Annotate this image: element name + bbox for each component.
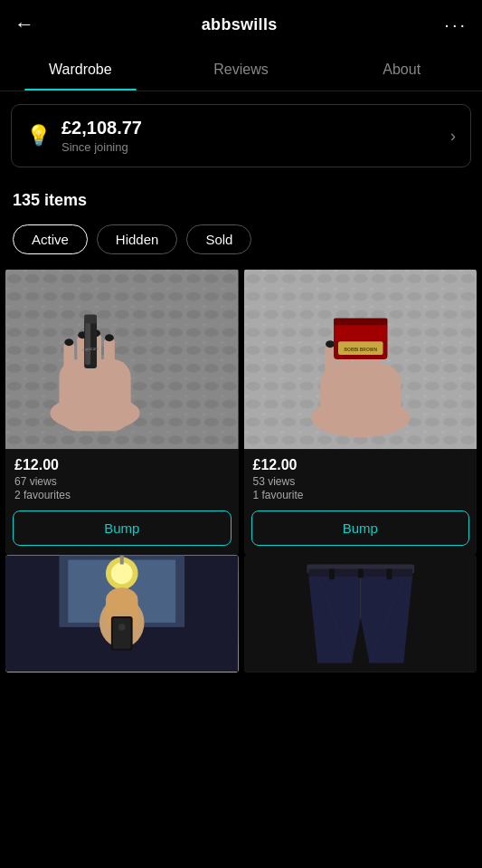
product-1-views: 67 views <box>14 475 230 488</box>
product-card-3-image[interactable] <box>5 555 239 672</box>
more-options-button[interactable]: ··· <box>444 14 468 35</box>
page-title: abbswills <box>202 15 278 34</box>
product-2-bump-button[interactable]: Bump <box>251 510 470 546</box>
filter-hidden-button[interactable]: Hidden <box>97 224 178 254</box>
svg-rect-36 <box>334 318 387 325</box>
filter-row: Active Hidden Sold <box>0 217 482 269</box>
product-image-1: mascara <box>5 269 239 450</box>
earnings-banner[interactable]: 💡 £2,108.77 Since joining › <box>11 104 471 167</box>
svg-point-13 <box>105 334 114 341</box>
filter-sold-button[interactable]: Sold <box>186 224 251 254</box>
svg-rect-58 <box>386 568 392 579</box>
svg-point-50 <box>118 624 126 631</box>
svg-rect-6 <box>63 341 74 377</box>
earnings-amount: £2,108.77 <box>61 118 142 138</box>
tab-about[interactable]: About <box>321 49 482 91</box>
product-card-1[interactable]: mascara £12.00 67 views 2 favourites Bum… <box>5 269 239 555</box>
product-1-bump-button[interactable]: Bump <box>13 510 232 546</box>
earnings-since-label: Since joining <box>61 140 142 154</box>
svg-rect-57 <box>329 568 335 579</box>
product-grid: mascara £12.00 67 views 2 favourites Bum… <box>0 269 482 555</box>
items-count: 135 items <box>0 180 482 217</box>
product-1-favourites: 2 favourites <box>14 489 230 501</box>
filter-active-button[interactable]: Active <box>13 224 88 254</box>
header: ← abbswills ··· <box>0 0 482 49</box>
svg-rect-42 <box>120 556 124 565</box>
earnings-icon: 💡 <box>26 124 51 148</box>
svg-rect-59 <box>357 568 363 577</box>
tab-reviews[interactable]: Reviews <box>161 49 322 91</box>
product-2-price: £12.00 <box>253 457 468 473</box>
svg-rect-9 <box>104 337 115 375</box>
tab-wardrobe[interactable]: Wardrobe <box>0 49 161 91</box>
product-2-favourites: 1 favourite <box>253 489 468 501</box>
product-card-4-image[interactable] <box>244 555 477 672</box>
svg-rect-49 <box>113 618 131 649</box>
svg-point-41 <box>111 563 133 585</box>
product-image-2: BOBBI BROWN <box>244 269 477 450</box>
svg-point-28 <box>326 340 335 348</box>
product-1-price: £12.00 <box>14 457 230 473</box>
svg-rect-33 <box>335 322 386 340</box>
product-2-views: 53 views <box>253 475 468 488</box>
svg-rect-16 <box>84 314 97 323</box>
svg-rect-15 <box>85 320 90 365</box>
bottom-product-row <box>0 555 482 678</box>
svg-text:BOBBI BROWN: BOBBI BROWN <box>344 348 377 352</box>
tab-bar: Wardrobe Reviews About <box>0 49 482 91</box>
back-button[interactable]: ← <box>14 13 34 36</box>
svg-point-10 <box>64 339 73 346</box>
product-card-2[interactable]: BOBBI BROWN £12.00 53 views 1 favourite … <box>244 269 477 555</box>
earnings-chevron-icon: › <box>450 127 456 146</box>
